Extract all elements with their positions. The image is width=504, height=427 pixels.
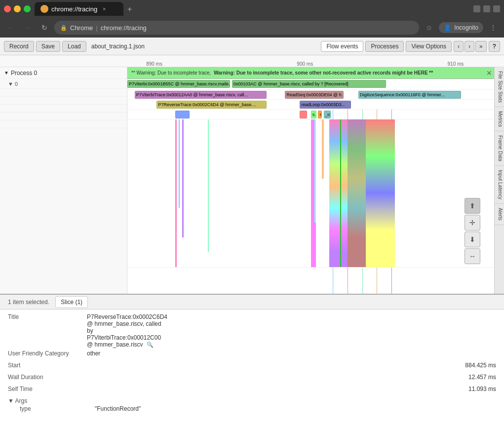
zoom-fit-tool-button[interactable]: ↔: [465, 248, 480, 264]
process-label-text: Process 0: [11, 70, 37, 77]
bottom-tabs: 1 item selected. Slice (1): [0, 295, 504, 310]
new-tab-button[interactable]: +: [123, 3, 136, 16]
sidebar-metrics[interactable]: Metrics: [495, 107, 504, 131]
timeline-header: 890 ms 900 ms 910 ms: [0, 55, 504, 67]
tracks-container: ** Warning: Due to incomplete trace, War…: [127, 67, 494, 294]
back-button[interactable]: ←: [4, 21, 18, 35]
viz-gradient-3: [366, 119, 395, 267]
args-label[interactable]: ▼ Args: [8, 397, 496, 404]
track-label-0[interactable]: ▼ 0: [0, 79, 127, 89]
detail-row-self-time: Self Time 11.093 ms: [8, 386, 496, 395]
tab-close-button[interactable]: ×: [100, 5, 108, 13]
args-type-row: type "FunctionRecord": [16, 405, 496, 415]
warning-close[interactable]: ✕: [486, 69, 492, 77]
move-tool-button[interactable]: ✛: [465, 215, 480, 231]
detail-val-self-time: 11.093 ms: [468, 386, 496, 395]
reload-button[interactable]: ↻: [38, 21, 51, 35]
viz-bar-1: [175, 119, 177, 267]
ms-marker-890: 890 ms: [146, 61, 162, 67]
slice-readseq[interactable]: ReadSeq:0x0003DE04 @ h...: [285, 91, 344, 99]
zoom-in-tool-button[interactable]: ⬇: [465, 232, 480, 247]
sidebar-alerts[interactable]: Alerts: [495, 204, 504, 225]
sidebar-file-size-stats[interactable]: File Size Stats: [495, 67, 504, 107]
slice-0x00103ac[interactable]: 0x00103AC @ hmmer_base.riscv, called by …: [232, 80, 386, 88]
tab-title: chrome://tracing: [51, 5, 97, 13]
app-toolbar: Record Save Load about_tracing.1.json Fl…: [0, 38, 504, 55]
args-type-val: "FunctionRecord": [95, 405, 141, 415]
url-path: chrome://tracing: [101, 24, 147, 32]
nav-expand-button[interactable]: »: [475, 41, 487, 52]
viz-bar-6: [314, 119, 316, 223]
menu-button[interactable]: ⋮: [486, 21, 500, 35]
load-button[interactable]: Load: [62, 41, 86, 52]
detail-table: Title P7ReverseTrace:0x0002C6D4 @ hmmer_…: [0, 310, 504, 427]
main-area: 890 ms 900 ms 910 ms ▼ Process 0 ▼ 0: [0, 55, 504, 294]
trace-panel: 890 ms 900 ms 910 ms ▼ Process 0 ▼ 0: [0, 55, 504, 294]
ms-marker-900: 900 ms: [297, 61, 313, 67]
incognito-icon: 👤: [444, 24, 451, 31]
view-options-button[interactable]: View Options: [406, 41, 451, 52]
max-btn[interactable]: □: [483, 5, 490, 12]
process-label[interactable]: ▼ Process 0: [0, 67, 127, 79]
slice-digitize[interactable]: DigitizeSequence:0x000116F0 @ hmmer...: [358, 91, 461, 99]
ms-marker-910: 910 ms: [448, 61, 464, 67]
sidebar-frame-data[interactable]: Frame Data: [495, 131, 504, 166]
close-window-button[interactable]: ×: [4, 5, 11, 12]
args-section: ▼ Args type "FunctionRecord": [8, 397, 496, 415]
tab-bar: chrome://tracing × +: [35, 2, 469, 16]
right-sidebar: File Size Stats Metrics Frame Data Input…: [494, 67, 504, 294]
search-icon[interactable]: 🔍: [147, 342, 154, 348]
slice-p7viterbi[interactable]: P7Viterbi:0x0001B55C @ hmmer_base.riscv,…: [127, 80, 230, 88]
slice-readloop[interactable]: readLoop:0x0003D3...: [300, 101, 351, 109]
nav-prev-button[interactable]: ‹: [454, 41, 464, 52]
nav-next-button[interactable]: ›: [465, 41, 474, 52]
warning-banner: ** Warning: Due to incomplete trace, War…: [127, 67, 494, 79]
detail-key-title: Title: [8, 313, 87, 348]
active-tab[interactable]: chrome://tracing ×: [35, 2, 123, 16]
record-button[interactable]: Record: [4, 41, 34, 52]
track-sublabel2: [0, 97, 127, 105]
viz-bar-green: [340, 119, 341, 267]
detail-key-self-time: Self Time: [8, 386, 87, 395]
track-row-2: P7ViterbiTrace:0x00012AA0 @ hmmer_base.r…: [127, 90, 494, 100]
url-site: Chrome: [70, 24, 93, 32]
viz-bar-3: [182, 119, 184, 237]
slice-p7reversetrace[interactable]: P7ReverseTrace:0x0002C6D4 @ hmmer_base..…: [156, 101, 267, 109]
flow-events-button[interactable]: Flow events: [321, 41, 363, 52]
slice-small-1[interactable]: [175, 111, 190, 118]
minimize-window-button[interactable]: —: [14, 5, 21, 12]
help-button[interactable]: ?: [489, 41, 500, 52]
detail-key-wall-duration: Wall Duration: [8, 374, 87, 384]
save-button[interactable]: Save: [36, 41, 60, 52]
slice-p7viterbitrace[interactable]: P7ViterbiTrace:0x00012AA0 @ hmmer_base.r…: [135, 91, 267, 99]
window-controls: × — □: [4, 5, 31, 12]
bookmark-button[interactable]: ☆: [422, 21, 436, 35]
processes-button[interactable]: Processes: [365, 41, 404, 52]
min-btn[interactable]: —: [473, 5, 480, 12]
track-sublabel5: [0, 120, 127, 128]
slice-s2[interactable]: S...: [318, 111, 321, 118]
slice-s1[interactable]: S...: [311, 111, 316, 118]
args-type-key: type: [16, 405, 95, 415]
tool-buttons: ⬆ ✛ ⬇ ↔: [465, 198, 480, 264]
forward-button[interactable]: →: [21, 21, 35, 35]
slice-tab[interactable]: Slice (1): [55, 296, 88, 308]
track-sublabel3: [0, 105, 127, 113]
selection-info: 1 item selected.: [4, 297, 53, 308]
viz-bar-7: [322, 119, 324, 179]
incognito-button[interactable]: 👤 Incognito: [439, 22, 483, 33]
slice-small-2[interactable]: [300, 111, 307, 118]
bottom-panel: 1 item selected. Slice (1) Title P7Rever…: [0, 294, 504, 427]
track-row-1: P7Viterbi:0x0001B55C @ hmmer_base.riscv,…: [127, 79, 494, 90]
incognito-label: Incognito: [454, 24, 478, 31]
close-btn[interactable]: ×: [493, 5, 500, 12]
sidebar-input-latency[interactable]: Input Latency: [495, 166, 504, 204]
track-row-3: P7ReverseTrace:0x0002C6D4 @ hmmer_base..…: [127, 100, 494, 110]
url-bar[interactable]: 🔒 Chrome | chrome://tracing: [54, 21, 419, 35]
maximize-window-button[interactable]: □: [24, 5, 31, 12]
slice-io[interactable]: _IO: [324, 111, 331, 118]
cursor-tool-button[interactable]: ⬆: [465, 198, 480, 214]
viz-bar-2: [179, 119, 180, 208]
track-triangle: ▼: [8, 81, 13, 87]
tab-favicon: [40, 5, 48, 13]
